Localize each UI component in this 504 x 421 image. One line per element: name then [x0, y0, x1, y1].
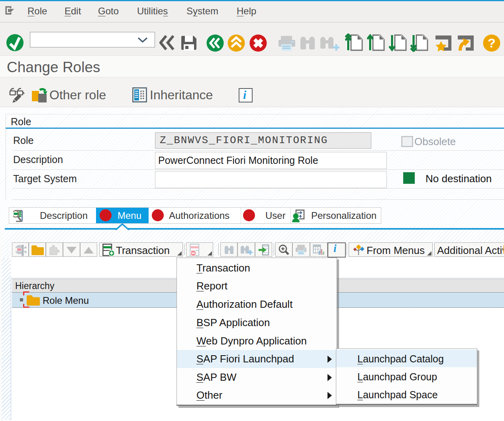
svg-text:?: ?: [488, 36, 496, 50]
